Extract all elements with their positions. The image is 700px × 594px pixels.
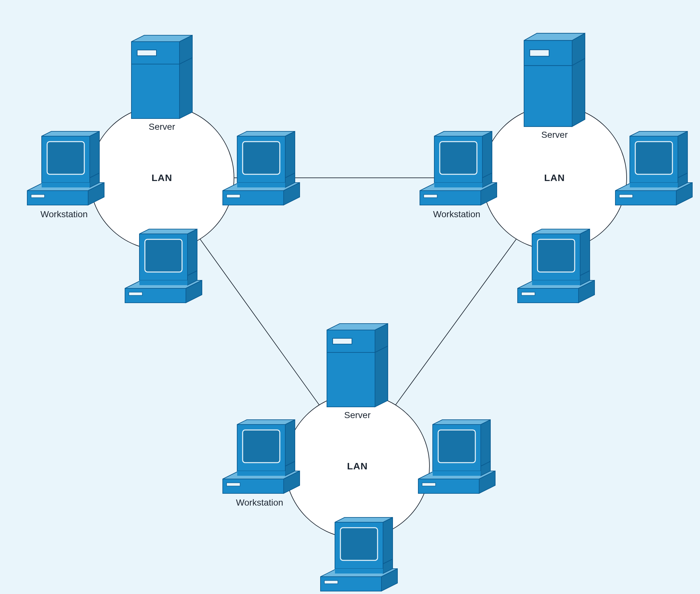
link-lan2-lan3 — [395, 239, 516, 405]
lan3-workstation-left-label: Workstation — [236, 498, 283, 507]
network-diagram-svg: LAN LAN LAN Server Workstation — [0, 0, 700, 594]
link-lan3-lan1 — [200, 239, 319, 405]
lan1-workstation-left: Workstation — [27, 131, 104, 219]
lan-label-1: LAN — [152, 172, 172, 183]
lan3-workstation-left: Workstation — [223, 420, 300, 507]
lan2-server-label: Server — [541, 130, 568, 140]
lan-label-3: LAN — [347, 461, 368, 471]
lan-label-2: LAN — [544, 172, 565, 183]
lan2-workstation-right — [615, 131, 692, 205]
lan2-workstation-left: Workstation — [420, 131, 497, 219]
lan-circles-layer: LAN LAN LAN — [90, 106, 627, 538]
workstation-icon — [223, 131, 300, 205]
workstation-icon — [223, 420, 300, 493]
lan3-server-label: Server — [344, 410, 371, 420]
lan1-workstation-left-label: Workstation — [40, 209, 88, 219]
lan3-workstation-right — [418, 420, 495, 493]
workstation-icon — [420, 131, 497, 205]
workstation-icon — [615, 131, 692, 205]
diagram-canvas: LAN LAN LAN Server Workstation — [0, 0, 700, 594]
lan2-server: Server — [524, 33, 585, 140]
server-icon — [131, 35, 192, 119]
lan1-workstation-right — [223, 131, 300, 205]
workstation-icon — [27, 131, 104, 205]
workstation-icon — [418, 420, 495, 493]
server-icon — [327, 324, 388, 407]
lan1-server-label: Server — [149, 122, 175, 132]
server-icon — [524, 33, 585, 127]
lan2-workstation-left-label: Workstation — [433, 209, 480, 219]
